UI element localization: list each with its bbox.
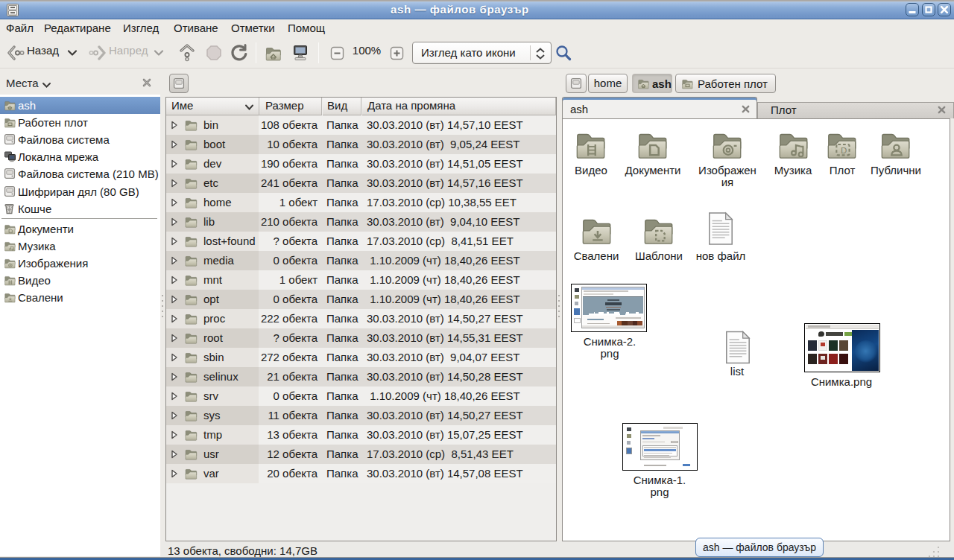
svg-text:D: D	[841, 146, 847, 155]
